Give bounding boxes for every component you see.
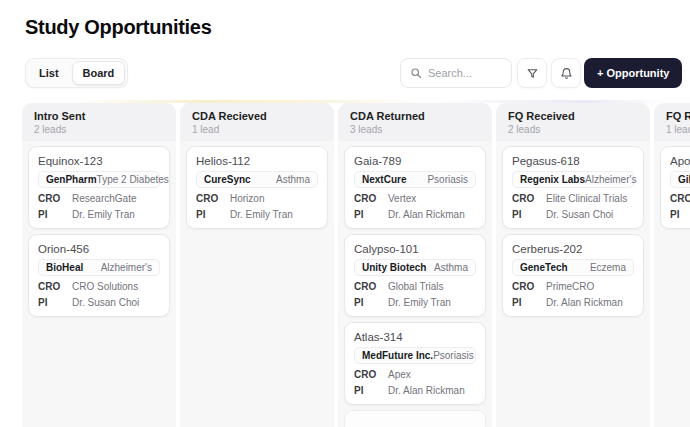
cro-label: CRO xyxy=(38,281,72,292)
card-indication: Alzheimer's xyxy=(101,262,152,273)
card-sponsor: BioHeal xyxy=(46,262,83,273)
card-indication: Psoriasis xyxy=(433,350,474,361)
card-indication: Asthma xyxy=(276,174,310,185)
cro-row: CRO Global Trials xyxy=(354,281,476,292)
card-sponsor-indication-bar: Gilizen xyxy=(670,171,690,188)
card-title: Gaia-789 xyxy=(354,155,476,167)
column-title: FQ Received xyxy=(508,110,638,122)
opportunity-card[interactable]: Atlas-314 MedFuture Inc. Psoriasis CRO A… xyxy=(344,322,486,405)
cro-row: CRO PrimeCRO xyxy=(512,281,634,292)
column-cards: Apollo Gilizen CRO PI xyxy=(654,141,690,234)
card-title: Pegasus-618 xyxy=(512,155,634,167)
pi-row: PI Dr. Susan Choi xyxy=(512,209,634,220)
column-header: CDA Recieved 1 lead xyxy=(180,103,334,141)
card-indication: Psoriasis xyxy=(427,174,468,185)
pi-label: PI xyxy=(196,209,230,220)
cro-label: CRO xyxy=(38,193,72,204)
column-lead-count: 2 leads xyxy=(508,124,638,135)
cro-row: CRO Horizon xyxy=(196,193,318,204)
card-sponsor: Unity Biotech xyxy=(362,262,426,273)
card-title: Apollo xyxy=(670,155,690,167)
search-box[interactable] xyxy=(400,58,512,88)
card-sponsor-indication-bar: BioHeal Alzheimer's xyxy=(38,259,160,276)
cro-label: CRO xyxy=(354,193,388,204)
pi-label: PI xyxy=(512,209,546,220)
board-column: CDA Recieved 1 lead Helios-112 CureSync … xyxy=(180,103,334,427)
opportunity-card[interactable]: Orion-456 BioHeal Alzheimer's CRO CRO So… xyxy=(28,234,170,317)
card-indication: Asthma xyxy=(434,262,468,273)
cro-label: CRO xyxy=(354,281,388,292)
cro-row: CRO xyxy=(670,193,690,204)
pi-label: PI xyxy=(512,297,546,308)
pi-label: PI xyxy=(38,297,72,308)
pi-value: Dr. Susan Choi xyxy=(72,297,139,308)
column-lead-count: 1 lead xyxy=(192,124,322,135)
opportunity-card[interactable]: Cerberus-202 GeneTech Eczema CRO PrimeCR… xyxy=(502,234,644,317)
opportunity-card[interactable]: Equinox-123 GenPharm Type 2 Diabetes CRO… xyxy=(28,146,170,229)
bell-icon xyxy=(560,67,573,80)
tab-board[interactable]: Board xyxy=(72,61,126,85)
card-title: Cerberus-202 xyxy=(512,243,634,255)
column-lead-count: 2 leads xyxy=(34,124,164,135)
opportunity-card[interactable]: Gaia-789 NextCure Psoriasis CRO Vertex P… xyxy=(344,146,486,229)
opportunity-card[interactable]: Apollo Gilizen CRO PI xyxy=(660,146,690,229)
cro-value: Elite Clinical Trials xyxy=(546,193,627,204)
column-lead-count: 1 lead xyxy=(666,124,690,135)
column-header: CDA Returned 3 leads xyxy=(338,103,492,141)
card-sponsor-indication-bar: GeneTech Eczema xyxy=(512,259,634,276)
pi-row: PI Dr. Emily Tran xyxy=(354,297,476,308)
pi-row: PI Dr. Emily Tran xyxy=(38,209,160,220)
pi-row: PI Dr. Emily Tran xyxy=(196,209,318,220)
card-title: Orion-456 xyxy=(38,243,160,255)
cro-value: Vertex xyxy=(388,193,416,204)
pi-label: PI xyxy=(354,297,388,308)
card-sponsor: NextCure xyxy=(362,174,406,185)
card-title: Helios-112 xyxy=(196,155,318,167)
pi-label: PI xyxy=(38,209,72,220)
pi-label: PI xyxy=(354,209,388,220)
tab-list[interactable]: List xyxy=(28,61,70,85)
column-title: CDA Recieved xyxy=(192,110,322,122)
add-opportunity-button[interactable]: + Opportunity xyxy=(584,58,682,88)
card-title: Equinox-123 xyxy=(38,155,160,167)
search-input[interactable] xyxy=(428,67,502,79)
filter-button[interactable] xyxy=(517,58,547,88)
card-sponsor-indication-bar: Regenix Labs Alzheimer's xyxy=(512,171,634,188)
cro-row: CRO Vertex xyxy=(354,193,476,204)
cro-label: CRO xyxy=(512,193,546,204)
pi-row: PI xyxy=(670,209,690,220)
board-column: CDA Returned 3 leads Gaia-789 NextCure P… xyxy=(338,103,492,427)
pi-row: PI Dr. Alan Rickman xyxy=(512,297,634,308)
cro-label: CRO xyxy=(354,369,388,380)
board-column: FQ Returned 1 lead Apollo Gilizen CRO PI xyxy=(654,103,690,427)
card-sponsor-indication-bar: MedFuture Inc. Psoriasis xyxy=(354,347,476,364)
pi-value: Dr. Alan Rickman xyxy=(388,209,465,220)
card-indication: Eczema xyxy=(590,262,626,273)
pi-row: PI Dr. Alan Rickman xyxy=(354,385,476,396)
pi-label: PI xyxy=(670,209,690,220)
card-title: Calypso-101 xyxy=(354,243,476,255)
card-sponsor: GeneTech xyxy=(520,262,568,273)
card-sponsor: MedFuture Inc. xyxy=(362,350,433,361)
column-title: CDA Returned xyxy=(350,110,480,122)
cro-row: CRO Apex xyxy=(354,369,476,380)
opportunity-card[interactable]: Helios-112 CureSync Asthma CRO Horizon P… xyxy=(186,146,328,229)
card-sponsor-indication-bar: CureSync Asthma xyxy=(196,171,318,188)
pi-value: Dr. Alan Rickman xyxy=(546,297,623,308)
pi-row: PI Dr. Alan Rickman xyxy=(354,209,476,220)
pi-value: Dr. Susan Choi xyxy=(546,209,613,220)
column-cards: Gaia-789 NextCure Psoriasis CRO Vertex P… xyxy=(338,141,492,427)
notifications-button[interactable] xyxy=(551,58,581,88)
card-sponsor-indication-bar: Unity Biotech Asthma xyxy=(354,259,476,276)
opportunity-card[interactable]: Calypso-101 Unity Biotech Asthma CRO Glo… xyxy=(344,234,486,317)
kanban-board: Intro Sent 2 leads Equinox-123 GenPharm … xyxy=(22,103,690,427)
pi-value: Dr. Emily Tran xyxy=(388,297,451,308)
column-header: FQ Received 2 leads xyxy=(496,103,650,141)
cro-label: CRO xyxy=(670,193,690,204)
opportunity-card[interactable]: Pegasus-618 Regenix Labs Alzheimer's CRO… xyxy=(502,146,644,229)
cro-row: CRO Elite Clinical Trials xyxy=(512,193,634,204)
column-lead-count: 3 leads xyxy=(350,124,480,135)
card-sponsor: CureSync xyxy=(204,174,251,185)
cro-value: PrimeCRO xyxy=(546,281,594,292)
pi-label: PI xyxy=(354,385,388,396)
